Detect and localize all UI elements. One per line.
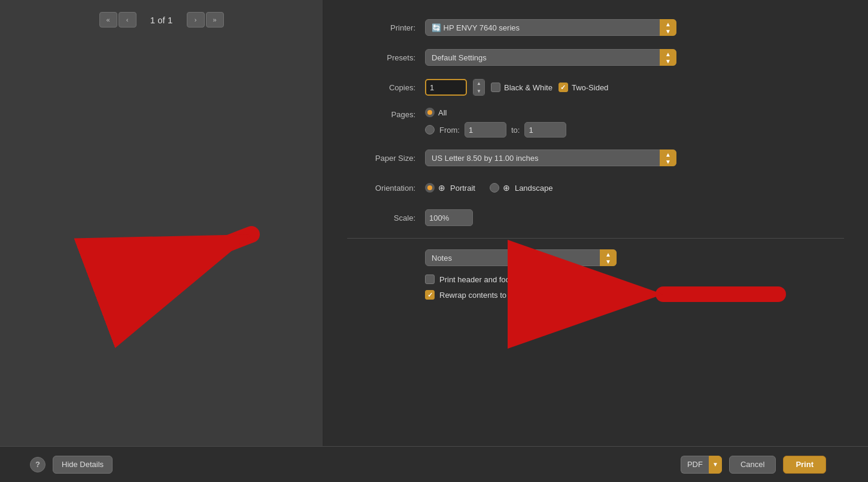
presets-control: Default Settings ▲▼: [425, 49, 844, 66]
orientation-row: Orientation: ⊕ Portrait ⊕ Landscape: [347, 178, 844, 197]
nav-prev-group: « ‹: [99, 12, 136, 28]
pdf-button-wrapper: PDF ▼: [681, 456, 722, 474]
paper-size-control: US Letter 8.50 by 11.00 inches ▲▼: [425, 150, 844, 166]
portrait-radio[interactable]: [425, 183, 435, 193]
pages-control: All From: to:: [425, 108, 566, 138]
copies-stepper: ▲ ▼: [473, 79, 485, 96]
bottom-right-section: PDF ▼ Cancel Print: [341, 456, 850, 474]
black-white-wrapper[interactable]: Black & White: [491, 83, 553, 92]
copies-increment[interactable]: ▲: [474, 80, 484, 87]
paper-size-label: Paper Size:: [347, 154, 425, 163]
scale-row: Scale:: [347, 208, 844, 227]
orientation-control: ⊕ Portrait ⊕ Landscape: [425, 183, 844, 193]
paper-size-dropdown-wrapper: US Letter 8.50 by 11.00 inches ▲▼: [425, 150, 676, 166]
print-button[interactable]: Print: [783, 456, 826, 474]
bottom-full: ? Hide Details PDF ▼ Cancel Print: [18, 456, 850, 474]
pages-from-row: From: to:: [425, 122, 566, 138]
presets-select[interactable]: Default Settings: [425, 49, 676, 66]
rewrap-arrow-annotation: [652, 285, 784, 309]
rewrap-checkbox[interactable]: [425, 290, 435, 300]
first-page-button[interactable]: «: [99, 12, 117, 28]
two-sided-wrapper[interactable]: Two-Sided: [559, 83, 608, 92]
landscape-radio[interactable]: [490, 183, 499, 193]
print-header-row: Print header and footer: [425, 274, 844, 284]
prev-page-button[interactable]: ‹: [119, 12, 136, 28]
portrait-wrapper[interactable]: ⊕ Portrait: [425, 183, 475, 193]
to-label: to:: [511, 126, 520, 135]
next-page-button[interactable]: ›: [187, 12, 205, 28]
notes-dropdown-wrapper: Notes ▲▼: [425, 249, 617, 266]
presets-row: Presets: Default Settings ▲▼: [347, 48, 844, 67]
right-panel: Printer: 🔄 HP ENVY 7640 series ▲▼ Preset…: [323, 0, 868, 446]
rewrap-row: Rewrap contents to fit page: [425, 290, 844, 300]
from-label: From:: [439, 126, 460, 135]
paper-size-row: Paper Size: US Letter 8.50 by 11.00 inch…: [347, 148, 844, 167]
landscape-label: Landscape: [515, 184, 553, 193]
bottom-bar: ? Hide Details PDF ▼ Cancel Print: [0, 446, 868, 482]
black-white-checkbox[interactable]: [491, 83, 500, 92]
last-page-button[interactable]: »: [206, 12, 224, 28]
printer-row: Printer: 🔄 HP ENVY 7640 series ▲▼: [347, 18, 844, 37]
nav-next-group: › »: [187, 12, 224, 28]
orientation-label: Orientation:: [347, 184, 425, 193]
pages-from-input[interactable]: [465, 122, 506, 138]
copies-control: ▲ ▼ Black & White Two-Sided: [425, 79, 844, 96]
pages-all-wrapper[interactable]: All: [425, 108, 566, 117]
hide-details-button[interactable]: Hide Details: [53, 456, 113, 474]
landscape-wrapper[interactable]: ⊕ Landscape: [490, 183, 553, 193]
pages-from-radio[interactable]: [425, 125, 435, 135]
page-navigation: « ‹ 1 of 1 › »: [12, 12, 311, 28]
cancel-button[interactable]: Cancel: [729, 456, 776, 474]
separator-1: [347, 238, 844, 239]
copies-row: Copies: ▲ ▼ Black & White Two-Sided: [347, 78, 844, 97]
pages-all-label: All: [438, 108, 447, 117]
two-sided-label: Two-Sided: [572, 83, 608, 92]
printer-dropdown-wrapper: 🔄 HP ENVY 7640 series ▲▼: [425, 19, 676, 36]
rewrap-label: Rewrap contents to fit page: [439, 291, 534, 300]
pdf-button[interactable]: PDF: [681, 456, 709, 474]
printer-control: 🔄 HP ENVY 7640 series ▲▼: [425, 19, 844, 36]
scale-arrow-annotation: [132, 216, 287, 288]
settings-container: Printer: 🔄 HP ENVY 7640 series ▲▼ Preset…: [347, 18, 844, 300]
scale-control: [425, 209, 844, 226]
black-white-label: Black & White: [504, 83, 553, 92]
left-panel: « ‹ 1 of 1 › »: [0, 0, 323, 446]
pages-label: Pages:: [347, 110, 425, 119]
landscape-icon: ⊕: [503, 183, 510, 193]
notes-dropdown-row: Notes ▲▼: [425, 249, 844, 266]
copies-label: Copies:: [347, 83, 425, 92]
bottom-left-section: ? Hide Details: [18, 456, 341, 474]
scale-input[interactable]: [425, 209, 473, 226]
notes-select[interactable]: Notes: [425, 249, 617, 266]
pages-row: Pages: All From: to:: [347, 108, 844, 138]
presets-label: Presets:: [347, 53, 425, 62]
print-header-checkbox[interactable]: [425, 274, 435, 284]
help-button[interactable]: ?: [30, 457, 45, 472]
pdf-dropdown-button[interactable]: ▼: [709, 456, 722, 474]
pages-to-input[interactable]: [524, 122, 566, 138]
copies-decrement[interactable]: ▼: [474, 87, 484, 95]
two-sided-checkbox[interactable]: [559, 83, 568, 92]
scale-label: Scale:: [347, 213, 425, 222]
print-header-label: Print header and footer: [439, 275, 519, 284]
portrait-icon: ⊕: [438, 183, 445, 193]
page-counter: 1 of 1: [144, 15, 180, 25]
printer-label: Printer:: [347, 23, 425, 32]
portrait-label: Portrait: [450, 184, 475, 193]
copies-input[interactable]: [425, 79, 467, 96]
printer-select[interactable]: 🔄 HP ENVY 7640 series: [425, 19, 676, 36]
pages-all-radio[interactable]: [425, 108, 435, 117]
presets-dropdown-wrapper: Default Settings ▲▼: [425, 49, 676, 66]
paper-size-select[interactable]: US Letter 8.50 by 11.00 inches: [425, 150, 676, 166]
